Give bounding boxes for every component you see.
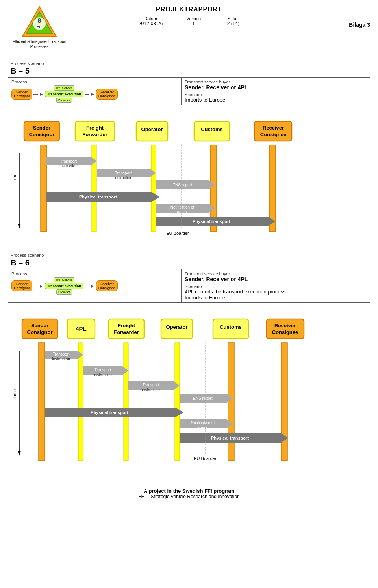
svg-text:Transport: Transport: [53, 352, 70, 356]
svg-text:Sender: Sender: [33, 125, 50, 131]
svg-rect-53: [228, 343, 234, 461]
svg-text:Forwarder: Forwarder: [114, 329, 139, 335]
svg-text:Consignor: Consignor: [27, 329, 53, 335]
svg-text:ENS report: ENS report: [193, 396, 213, 401]
svg-text:4PL: 4PL: [76, 325, 87, 332]
svg-text:Physical transport: Physical transport: [193, 219, 230, 224]
svg-text:Notification of: Notification of: [191, 421, 215, 425]
receiver-actor-b6: ReceiverConsignee: [96, 280, 118, 291]
provider-b6: Provider: [56, 289, 72, 295]
svg-rect-51: [124, 343, 128, 461]
scenario-b6-right: Transport service buyer Sender, Receiver…: [182, 269, 370, 302]
svg-rect-13: [75, 121, 115, 141]
scenario-b6-id: B – 6: [8, 258, 370, 269]
receiver-actor-b5: ReceiverConsignee: [96, 89, 118, 100]
datum-value: 2012-03-26: [139, 21, 163, 26]
sida-block: Sida 12 (14): [224, 16, 239, 26]
trp-service-b5: Trp. Service: [54, 85, 75, 91]
footer-main: A project in the Swedish FFI program: [8, 488, 370, 494]
svg-text:Customs: Customs: [201, 126, 223, 132]
diagram-b5: Sender Consignor Freight Forwarder Opera…: [8, 111, 370, 245]
process-label: Process: [11, 80, 178, 84]
svg-text:instruction: instruction: [142, 388, 160, 392]
svg-text:Physical transport: Physical transport: [211, 436, 249, 440]
diagram-b6: Sender Consignor 4PL Freight Forwarder O…: [8, 309, 370, 474]
logo-area: 8 EIT Efficient & Integrated Transport P…: [8, 6, 71, 49]
scenario-b6-label: Process scenario: [8, 251, 370, 258]
svg-text:Consignee: Consignee: [272, 329, 298, 335]
version-label: Version: [186, 16, 201, 21]
svg-text:Transport: Transport: [60, 159, 77, 163]
scenario-text-value-b5: Imports to Europe: [185, 97, 367, 103]
svg-text:Transport: Transport: [115, 171, 132, 175]
svg-text:instruction: instruction: [114, 176, 132, 180]
scenario-b5-id: B – 5: [8, 66, 370, 77]
scenario-b5-label: Process scenario: [8, 59, 370, 66]
svg-text:Operator: Operator: [166, 324, 188, 330]
sender-actor-b6: SenderConsignor: [11, 280, 32, 291]
buyer-label-b5: Transport service buyer: [185, 80, 367, 84]
logo-triangle: 8 EIT: [22, 6, 57, 37]
sender-actor-b5: SenderConsignor: [11, 89, 32, 100]
scenario-text-value-b6: 4PL controls the transport execution pro…: [185, 289, 367, 300]
inline-process-b6: SenderConsignor ► Trp. Service Transport…: [11, 277, 178, 295]
svg-text:arrival: arrival: [197, 425, 208, 430]
svg-text:EIT: EIT: [37, 25, 43, 29]
scenario-b5-right: Transport service buyer Sender, Receiver…: [182, 78, 370, 105]
svg-rect-10: [24, 121, 59, 141]
svg-text:Transport: Transport: [143, 383, 159, 387]
svg-text:ENS report: ENS report: [172, 183, 192, 187]
exec-b6: Transport execution: [45, 283, 83, 289]
buyer-label-b6: Transport service buyer: [185, 271, 367, 276]
svg-marker-72: [18, 451, 21, 456]
scenario-text-label-b5: Scenario: [185, 92, 367, 97]
svg-text:8: 8: [38, 17, 41, 24]
svg-text:Time: Time: [12, 174, 17, 183]
bilaga: Bilaga 3: [307, 6, 370, 28]
provider-b5: Provider: [56, 98, 72, 103]
svg-text:Physical transport: Physical transport: [91, 410, 128, 415]
svg-text:EU Boarder: EU Boarder: [166, 231, 189, 236]
svg-rect-52: [175, 343, 180, 461]
svg-rect-50: [78, 343, 83, 461]
header: 8 EIT Efficient & Integrated Transport P…: [0, 0, 378, 53]
version-value: 1: [186, 21, 201, 26]
exec-b5: Transport execution: [45, 91, 83, 97]
middle-b6: Trp. Service Transport execution Provide…: [45, 277, 83, 295]
scenario-b6-box: Process scenario B – 6 Process SenderCon…: [8, 251, 370, 303]
svg-text:Receiver: Receiver: [274, 323, 296, 328]
svg-text:Customs: Customs: [220, 324, 242, 330]
scenario-b6-inner: Process SenderConsignor ► Trp. Service T…: [8, 269, 370, 302]
scenario-b6-process: Process SenderConsignor ► Trp. Service T…: [8, 269, 182, 302]
process-label-b6: Process: [11, 271, 178, 276]
buyer-value-b5: Sender, Receiver or 4PL: [185, 84, 367, 91]
svg-marker-25: [18, 224, 21, 228]
logo-text: Efficient & Integrated Transport Process…: [8, 39, 71, 49]
project-title: PROJEKTRAPPORT: [71, 6, 307, 13]
svg-text:Physical transport: Physical transport: [79, 195, 117, 199]
svg-text:Operator: Operator: [141, 126, 163, 132]
svg-text:Receiver: Receiver: [263, 125, 284, 131]
diagram-b5-svg: Sender Consignor Freight Forwarder Opera…: [12, 117, 363, 239]
svg-rect-55: [22, 319, 57, 339]
scenario-b5-box: Process scenario B – 5 Process SenderCon…: [8, 59, 370, 105]
svg-text:Sender: Sender: [31, 323, 48, 328]
diagram-b6-svg: Sender Consignor 4PL Freight Forwarder O…: [12, 315, 363, 469]
svg-text:Consignor: Consignor: [29, 132, 55, 137]
svg-text:Consignee: Consignee: [260, 132, 286, 137]
sida-label: Sida: [224, 16, 239, 21]
footer-sub: FFI – Strategic Vehicle Research and Inn…: [8, 494, 370, 499]
svg-text:arrival: arrival: [177, 210, 187, 214]
svg-rect-20: [254, 121, 292, 141]
svg-text:Notification of: Notification of: [170, 205, 195, 210]
scenario-text-label-b6: Scenario: [185, 284, 367, 289]
svg-rect-60: [109, 319, 144, 339]
inline-process-b5: SenderConsignor ► Trp. Service Transport…: [11, 85, 178, 103]
datum-label: Datum: [139, 16, 163, 21]
version-block: Version 1: [186, 16, 201, 26]
datum-block: Datum 2012-03-26: [139, 16, 163, 26]
page-footer: A project in the Swedish FFI program FFI…: [0, 480, 378, 507]
svg-text:Forwarder: Forwarder: [82, 132, 107, 137]
header-meta: Datum 2012-03-26 Version 1 Sida 12 (14): [71, 16, 307, 26]
scenario-b5-process: Process SenderConsignor ► Trp. Service T…: [8, 78, 182, 105]
